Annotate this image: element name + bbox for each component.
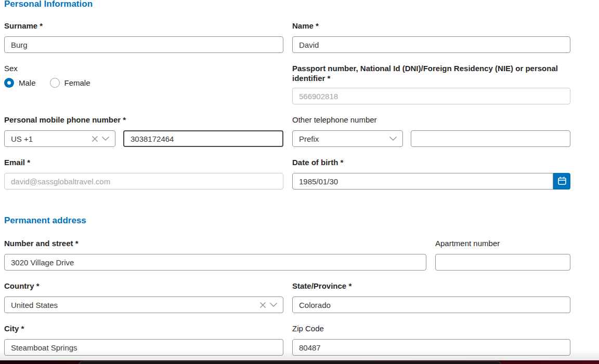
surname-label: Surname * [4,21,283,31]
registration-form: Personal Information Surname * Name * Se… [4,0,570,356]
radio-female-icon[interactable] [50,78,60,88]
row-city-zip: City * Zip Code [4,323,570,356]
chevron-down-icon[interactable] [269,302,278,307]
city-input[interactable] [4,339,283,356]
state-field: State/Province * [292,281,570,313]
chevron-down-icon[interactable] [101,136,110,141]
select-icons [92,136,110,142]
other-prefix-value: Prefix [299,134,389,143]
apartment-label: Apartment number [435,238,570,248]
zip-input[interactable] [292,339,570,356]
city-label: City * [4,323,283,333]
permanent-address-heading: Permanent address [4,215,570,225]
other-prefix-select[interactable]: Prefix [292,130,403,147]
other-phone-field: Other telephone number Prefix [292,115,570,147]
country-field: Country * United States [4,281,283,313]
calendar-button[interactable] [553,173,570,190]
radio-female-label: Female [64,78,90,87]
dob-input[interactable] [292,173,553,190]
sex-label: Sex [4,63,283,73]
dob-label: Date of birth * [292,157,570,167]
sex-radio-female[interactable]: Female [50,78,90,88]
row-sex-passport: Sex Male Female Passport number, Nationa… [4,63,570,104]
email-input[interactable] [4,173,283,190]
select-icons [259,302,278,308]
calendar-icon [557,176,567,187]
street-input[interactable] [4,254,426,271]
personal-information-heading: Personal Information [4,0,570,9]
country-label: Country * [4,281,283,291]
row-phones: Personal mobile phone number * US +1 [4,115,570,147]
apartment-field: Apartment number [435,238,570,271]
passport-input[interactable] [292,88,570,104]
phone-prefix-select[interactable]: US +1 [4,130,115,147]
other-phone-controls: Prefix [292,130,570,147]
dob-controls [292,173,570,190]
mobile-phone-field: Personal mobile phone number * US +1 [4,115,283,147]
email-field: Email * [4,157,283,190]
overlay-dialog-top-edge [78,361,502,364]
passport-field: Passport number, National Id (DNI)/Forei… [292,63,570,104]
zip-label: Zip Code [292,323,570,333]
chevron-down-icon[interactable] [389,136,397,141]
other-phone-input[interactable] [411,130,570,147]
country-value: United States [11,301,259,309]
street-field: Number and street * [4,238,426,271]
select-icons [389,136,397,141]
city-field: City * [4,323,283,356]
sex-radio-male[interactable]: Male [4,78,36,88]
clear-icon[interactable] [92,136,98,142]
clear-icon[interactable] [259,302,266,308]
mobile-phone-input[interactable] [123,130,283,147]
passport-label: Passport number, National Id (DNI)/Forei… [292,63,570,83]
phone-prefix-value: US +1 [11,134,92,143]
zip-field: Zip Code [292,323,570,356]
street-label: Number and street * [4,238,426,248]
name-label: Name * [292,21,570,31]
mobile-phone-controls: US +1 [4,130,283,147]
state-label: State/Province * [292,281,570,291]
sex-radio-group: Male Female [4,78,283,88]
bottom-page-edge [0,360,599,364]
name-field: Name * [292,21,570,53]
row-surname-name: Surname * Name * [4,21,570,53]
surname-input[interactable] [4,36,283,53]
state-input[interactable] [292,296,570,313]
name-input[interactable] [292,36,570,53]
email-label: Email * [4,157,283,167]
row-country-state: Country * United States State/Province * [4,281,570,313]
other-phone-label: Other telephone number [292,115,570,125]
surname-field: Surname * [4,21,283,53]
radio-male-icon[interactable] [4,78,14,88]
country-select[interactable]: United States [4,296,283,313]
sex-field: Sex Male Female [4,63,283,104]
row-email-dob: Email * Date of birth * [4,157,570,190]
apartment-input[interactable] [435,254,570,271]
row-street-apartment: Number and street * Apartment number [4,238,570,271]
dob-field: Date of birth * [292,157,570,190]
mobile-phone-label: Personal mobile phone number * [4,115,283,125]
radio-male-label: Male [19,78,36,87]
